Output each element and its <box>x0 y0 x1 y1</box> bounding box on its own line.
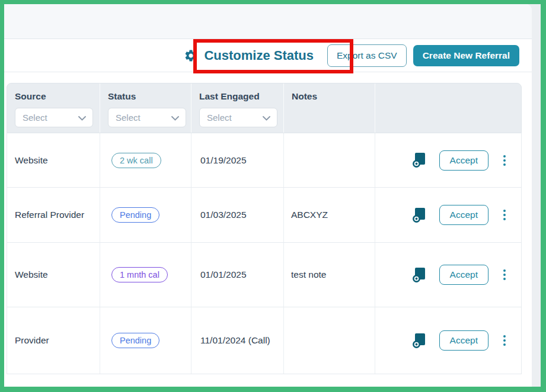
status-badge[interactable]: 1 mnth cal <box>111 267 168 282</box>
table-row: Provider Pending 11/01/2024 (Call) Accep… <box>7 307 522 374</box>
note-preview-icon[interactable] <box>411 333 427 349</box>
source-value: Website <box>15 155 48 166</box>
accept-button[interactable]: Accept <box>439 330 488 351</box>
table-body: Website 2 wk call 01/19/2025 Accept Refe… <box>7 133 522 374</box>
last-engaged-filter-select[interactable]: Select <box>199 108 277 127</box>
table-row: Website 1 mnth cal 01/01/2025 test note … <box>7 243 522 307</box>
status-filter-select[interactable]: Select <box>108 108 186 127</box>
accept-button[interactable]: Accept <box>439 265 488 285</box>
table-row: Referral Provider Pending 01/03/2025 ABC… <box>7 188 522 243</box>
table-row: Website 2 wk call 01/19/2025 Accept <box>7 133 522 188</box>
chevron-down-icon <box>171 113 179 123</box>
column-header-source: Source Select <box>7 83 100 133</box>
last-engaged-cell: 11/01/2024 (Call) <box>191 307 284 374</box>
last-engaged-value: 01/01/2025 <box>200 269 247 280</box>
status-badge[interactable]: Pending <box>111 207 159 223</box>
last-engaged-value: 01/19/2025 <box>200 155 247 166</box>
column-header-actions <box>375 83 522 133</box>
notes-cell <box>284 307 375 374</box>
notes-value: test note <box>291 269 326 280</box>
referrals-table: Source Select Status Select <box>7 83 522 374</box>
column-header-notes: Notes <box>284 83 375 133</box>
note-preview-icon[interactable] <box>411 152 427 168</box>
column-header-status: Status Select <box>100 83 191 133</box>
last-engaged-cell: 01/03/2025 <box>191 188 284 242</box>
kebab-menu-icon[interactable] <box>501 207 508 223</box>
last-engaged-value: 11/01/2024 (Call) <box>200 335 270 346</box>
actions-cell: Accept <box>375 133 522 187</box>
source-cell: Website <box>7 133 100 187</box>
kebab-menu-icon[interactable] <box>501 267 508 282</box>
create-new-referral-button[interactable]: Create New Referral <box>413 45 519 66</box>
status-badge[interactable]: 2 wk call <box>111 153 161 168</box>
source-cell: Website <box>7 243 100 307</box>
chevron-down-icon <box>78 113 86 123</box>
accept-button[interactable]: Accept <box>439 205 488 225</box>
last-engaged-value: 01/03/2025 <box>200 210 247 220</box>
page-header-band <box>4 4 532 39</box>
column-header-last-engaged: Last Engaged Select <box>191 83 284 133</box>
notes-value: ABCXYZ <box>291 210 328 220</box>
status-cell: 1 mnth cal <box>100 243 191 307</box>
actions-cell: Accept <box>375 307 522 374</box>
notes-cell <box>284 133 375 187</box>
last-engaged-cell: 01/01/2025 <box>191 243 284 307</box>
chevron-down-icon <box>263 113 270 123</box>
status-cell: 2 wk call <box>100 133 191 187</box>
status-cell: Pending <box>100 188 191 242</box>
status-cell: Pending <box>100 307 191 374</box>
actions-cell: Accept <box>375 243 522 307</box>
notes-cell: ABCXYZ <box>284 188 375 242</box>
source-value: Referral Provider <box>15 210 84 220</box>
note-preview-icon[interactable] <box>411 267 427 283</box>
actions-cell: Accept <box>375 188 522 242</box>
kebab-menu-icon[interactable] <box>501 153 508 168</box>
status-badge[interactable]: Pending <box>111 333 159 348</box>
source-cell: Referral Provider <box>7 188 100 242</box>
source-value: Website <box>15 269 48 280</box>
source-value: Provider <box>15 335 49 346</box>
note-preview-icon[interactable] <box>411 207 427 223</box>
table-header-row: Source Select Status Select <box>7 83 522 133</box>
source-cell: Provider <box>7 307 100 374</box>
source-filter-select[interactable]: Select <box>15 108 93 127</box>
annotation-highlight-box <box>193 39 353 73</box>
last-engaged-cell: 01/19/2025 <box>191 133 284 187</box>
app-window: Customize Status Export as CSV Create Ne… <box>0 0 546 392</box>
notes-cell: test note <box>284 243 375 307</box>
kebab-menu-icon[interactable] <box>501 333 508 348</box>
accept-button[interactable]: Accept <box>439 150 488 171</box>
